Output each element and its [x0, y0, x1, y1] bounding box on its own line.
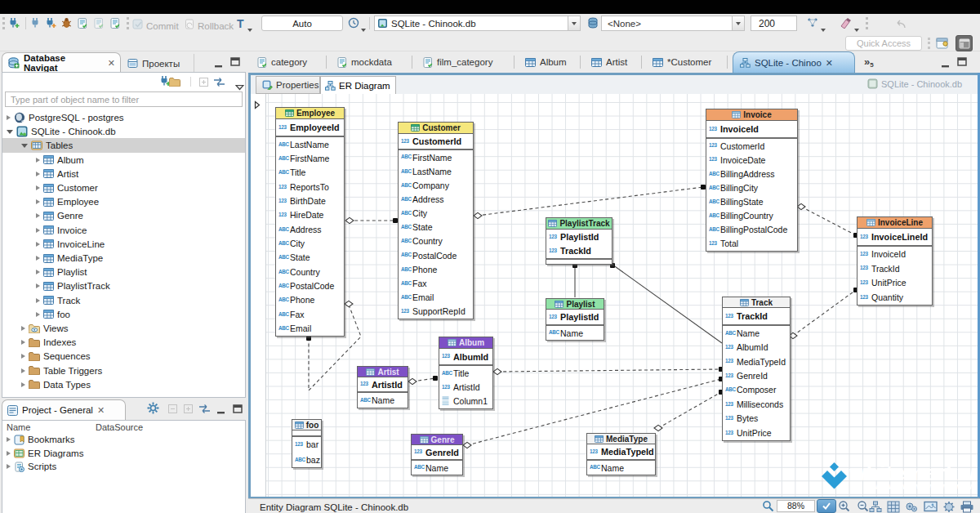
svg-text:wwwwwwwwwwwwwwwwww: wwwwwwwwwwwwwwwwww — [866, 481, 977, 491]
